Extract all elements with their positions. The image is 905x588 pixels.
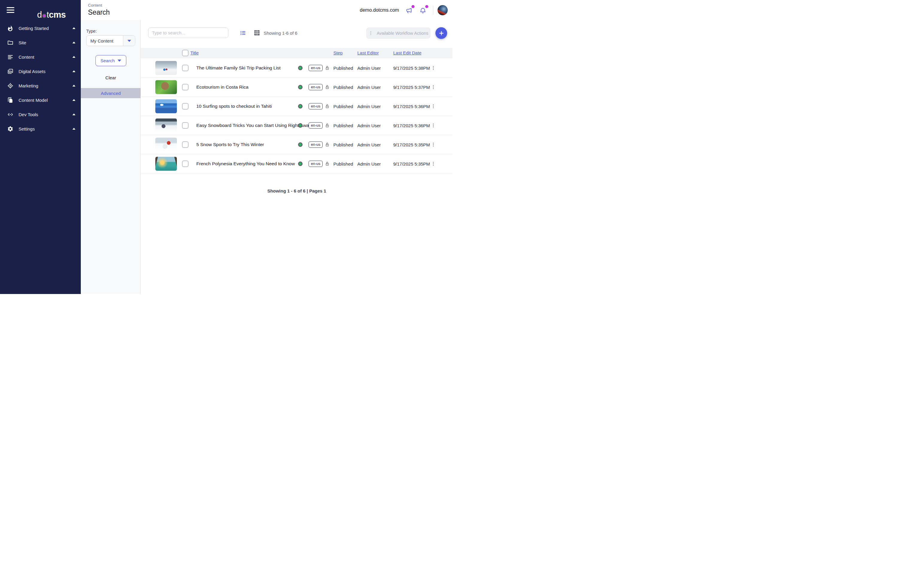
- locale-badge: en-us: [308, 161, 322, 167]
- table-row[interactable]: Easy Snowboard Tricks You can Start Usin…: [141, 116, 452, 135]
- table-row[interactable]: Ecotourism in Costa Rica en-us Published…: [141, 78, 452, 97]
- table-row[interactable]: The Ultimate Family Ski Trip Packing Lis…: [141, 58, 452, 78]
- chevron-down-icon: [127, 40, 131, 42]
- chevron-up-icon[interactable]: [72, 27, 75, 29]
- row-checkbox[interactable]: [182, 141, 189, 148]
- status-dot: [298, 104, 303, 108]
- row-step: Published: [333, 123, 353, 128]
- sidebar-item-marketing[interactable]: Marketing: [0, 78, 81, 93]
- row-thumbnail-overwater-bungalows: [155, 157, 177, 171]
- chevron-up-icon[interactable]: [72, 113, 75, 115]
- row-actions-kebab[interactable]: [431, 123, 436, 128]
- row-checkbox[interactable]: [182, 161, 189, 167]
- locale-badge: en-us: [308, 122, 322, 129]
- advanced-toggle[interactable]: Advanced: [81, 88, 141, 98]
- chevron-up-icon[interactable]: [72, 85, 75, 86]
- row-title: 5 Snow Sports to Try This Winter: [196, 142, 264, 147]
- row-actions-kebab[interactable]: [431, 142, 436, 147]
- lock-open-icon: [325, 65, 330, 70]
- type-label: Type:: [86, 29, 97, 33]
- chevron-up-icon[interactable]: [72, 128, 75, 130]
- row-checkbox[interactable]: [182, 103, 189, 110]
- kebab-icon: [431, 103, 436, 109]
- kebab-icon: [431, 123, 436, 128]
- kebab-icon: [431, 161, 436, 167]
- table-row[interactable]: 10 Surfing spots to checkout in Tahiti e…: [141, 97, 452, 116]
- row-editor: Admin User: [357, 103, 381, 109]
- table-row[interactable]: French Polynesia Everything You Need to …: [141, 154, 452, 173]
- row-editor: Admin User: [357, 84, 381, 89]
- row-title: French Polynesia Everything You Need to …: [196, 161, 295, 167]
- megaphone-icon: [405, 7, 413, 14]
- row-editor: Admin User: [357, 123, 381, 128]
- locale-badge: en-us: [308, 84, 322, 90]
- locale-badge: en-us: [308, 103, 322, 109]
- row-step: Published: [333, 142, 353, 147]
- select-caret-button[interactable]: [123, 36, 135, 46]
- pagination-summary: Showing 1 - 6 of 6 | Pages 1: [141, 188, 452, 194]
- column-last-editor[interactable]: Last Editor: [357, 50, 379, 56]
- bell-icon: [419, 7, 427, 14]
- select-all-checkbox[interactable]: [182, 50, 189, 56]
- row-editor: Admin User: [357, 65, 381, 70]
- kebab-icon: [431, 65, 436, 71]
- locale-badge: en-us: [308, 65, 322, 71]
- row-checkbox[interactable]: [182, 65, 189, 71]
- search-button[interactable]: Search: [95, 55, 126, 66]
- sidebar-item-settings[interactable]: Settings: [0, 122, 81, 136]
- announcements-button[interactable]: [405, 6, 413, 14]
- chevron-up-icon[interactable]: [72, 70, 75, 72]
- header-divider: [433, 6, 433, 15]
- chevron-up-icon[interactable]: [72, 56, 75, 58]
- chevron-down-icon: [117, 60, 121, 62]
- row-checkbox[interactable]: [182, 84, 189, 91]
- table-row[interactable]: 5 Snow Sports to Try This Winter en-us P…: [141, 135, 452, 154]
- breadcrumb-portlet: Content: [88, 3, 110, 8]
- table-header: Title Step Last Editor Last Edit Date: [141, 48, 452, 58]
- kebab-icon: [368, 31, 373, 36]
- grid-view-icon: [254, 29, 260, 36]
- column-step[interactable]: Step: [333, 50, 343, 56]
- chevron-up-icon[interactable]: [72, 41, 75, 43]
- row-actions-kebab[interactable]: [431, 65, 436, 71]
- notifications-badge-dot: [425, 5, 428, 8]
- clear-button[interactable]: Clear: [81, 75, 141, 80]
- row-thumbnail-ski-family: [155, 61, 177, 75]
- workflow-actions-button[interactable]: Available Workflow Actions: [366, 27, 430, 39]
- add-content-button[interactable]: [435, 27, 447, 39]
- notifications-button[interactable]: [419, 6, 427, 14]
- row-title: Ecotourism in Costa Rica: [196, 84, 248, 90]
- hamburger-menu-icon[interactable]: [6, 7, 14, 13]
- search-input[interactable]: [148, 27, 229, 38]
- sidebar-item-dev-tools[interactable]: Dev Tools: [0, 107, 81, 122]
- grid-view-toggle[interactable]: [254, 29, 260, 36]
- logo-t: t: [47, 10, 49, 20]
- status-dot: [298, 123, 303, 127]
- sidebar-item-getting-started[interactable]: Getting Started: [0, 21, 81, 35]
- column-title[interactable]: Title: [191, 50, 199, 56]
- sidebar-item-site[interactable]: Site: [0, 35, 81, 50]
- sidebar-item-digital-assets[interactable]: Digital Assets: [0, 64, 81, 78]
- row-actions-kebab[interactable]: [431, 161, 436, 167]
- sidebar-item-content-model[interactable]: Content Model: [0, 93, 81, 107]
- gear-icon: [7, 126, 13, 132]
- user-avatar[interactable]: [438, 5, 448, 15]
- list-view-toggle[interactable]: [240, 30, 246, 36]
- logo-cms: cms: [49, 10, 66, 20]
- sidebar-item-content[interactable]: Content: [0, 50, 81, 64]
- row-date: 9/17/2025 5:36PM: [393, 103, 430, 109]
- content-type-value: My Content: [86, 38, 123, 43]
- row-step: Published: [333, 103, 353, 109]
- row-checkbox[interactable]: [182, 122, 189, 129]
- chevron-up-icon[interactable]: [72, 99, 75, 101]
- lock-open-icon: [325, 84, 330, 89]
- content-type-select[interactable]: My Content: [86, 35, 135, 46]
- site-hostname[interactable]: demo.dotcms.com: [360, 8, 399, 13]
- kebab-icon: [431, 84, 436, 90]
- row-thumbnail-ocean-wave: [155, 99, 177, 113]
- column-last-edit-date[interactable]: Last Edit Date: [393, 50, 421, 56]
- row-actions-kebab[interactable]: [431, 103, 436, 109]
- row-step: Published: [333, 161, 353, 166]
- row-title: The Ultimate Family Ski Trip Packing Lis…: [196, 65, 281, 71]
- row-actions-kebab[interactable]: [431, 84, 436, 90]
